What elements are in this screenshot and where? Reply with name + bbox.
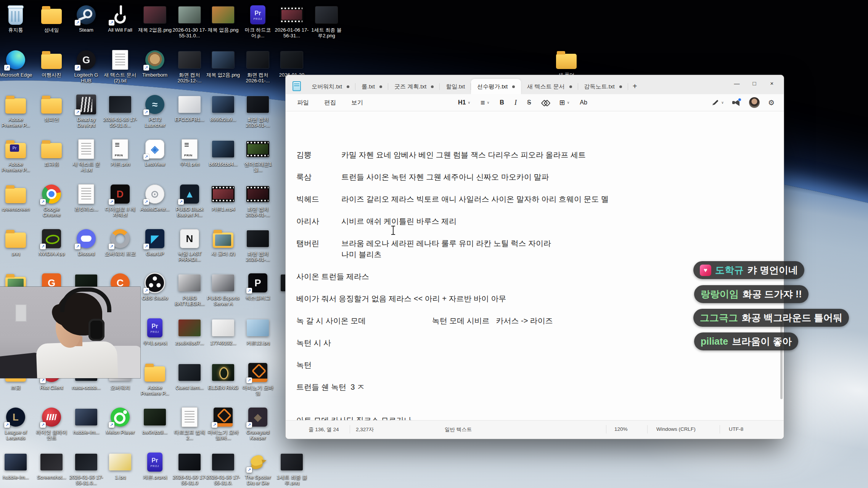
desktop-icon[interactable]: 2026-01-30 17-55-31.0. [206, 451, 241, 486]
desktop-icon[interactable]: 컴킷리스... [69, 183, 104, 212]
desktop-icon[interactable]: hubble-Im... [69, 406, 104, 435]
desktop-icon[interactable]: ↗라이엇 클라이언트 [34, 406, 69, 441]
desktop-icon[interactable]: ◤↗GearUP [137, 228, 172, 257]
rewrite-button[interactable]: ∨ [712, 99, 724, 106]
desktop-icon[interactable]: 커른12.jpg [240, 317, 275, 346]
desktop-icon[interactable]: 2026-01-30 17-55-31.0... [103, 93, 138, 128]
table-button[interactable]: ⊞∨ [559, 98, 570, 107]
desktop-icon[interactable]: 화면 캡처 2026-01-... [240, 49, 275, 83]
notepad-text-area[interactable]: 김뿡카밀 자헨 요네 암베사 베인 그웬 럼블 잭스 다리우스 피오라 올라프 … [286, 111, 779, 421]
desktop-icon[interactable]: PrPROJ케른.prproj [137, 451, 172, 480]
desktop-icon[interactable]: 커른1.mp4 [206, 183, 241, 212]
status-line-ending[interactable]: Windows (CRLF) [656, 426, 696, 432]
desktop-icon[interactable]: 1.jpg [103, 451, 138, 480]
desktop-icon[interactable]: b6916cbd4... [206, 138, 241, 167]
desktop-icon[interactable]: 17749192... [206, 317, 241, 346]
desktop-icon[interactable]: ↗Discord [69, 228, 104, 257]
desktop-icon[interactable]: ↗Melon Player [103, 406, 138, 435]
desktop-icon[interactable]: 새 폴더 (2) [206, 228, 241, 257]
close-button[interactable]: × [763, 77, 781, 90]
desktop-icon[interactable]: 새 폴더 [549, 49, 584, 78]
desktop-icon[interactable]: 제목 없2음.png [206, 49, 241, 78]
desktop-icon[interactable]: 화면 캡처 2025-12-... [172, 49, 207, 83]
desktop-icon[interactable]: Quest item... [172, 361, 207, 390]
desktop-icon[interactable]: 엔더드래곤1월... [240, 138, 275, 173]
desktop-icon[interactable]: EFCC0FB1... [172, 93, 207, 122]
desktop-icon[interactable]: ↗마비노기 모바일(바... [206, 406, 241, 441]
desktop-icon[interactable]: 휴지통 [0, 4, 33, 33]
desktop-icon[interactable]: 화면 캡처 2026-01-... [240, 93, 275, 128]
desktop-icon[interactable]: bw0njbz8... [137, 406, 172, 435]
desktop-icon[interactable]: Screenshot... [34, 451, 69, 480]
account-avatar[interactable] [749, 97, 760, 108]
desktop-icon[interactable]: ↗NVIDIA App [34, 228, 69, 257]
tab-할일.txt[interactable]: 할일.txt [440, 79, 471, 94]
desktop-icon[interactable]: ↗마비노기 모바일 [240, 361, 275, 396]
new-tab-button[interactable]: + [628, 79, 642, 94]
desktop-icon[interactable]: ◆↗Graveyard Keeper [240, 406, 275, 441]
desktop-icon[interactable]: zpu8n8pd7... [172, 317, 207, 346]
status-zoom-level[interactable]: 120% [614, 426, 628, 432]
tab-새 텍스트 문서[interactable]: 새 텍스트 문서 [521, 79, 578, 94]
desktop-icon[interactable]: L↗League of Legends [0, 406, 33, 441]
desktop-icon[interactable]: PUBG Esports Server A [206, 272, 241, 307]
desktop-icon[interactable]: G↗Logitech G HUB [69, 49, 104, 83]
desktop-icon[interactable]: 새 텍스트 문서 (2).txt [103, 49, 138, 83]
clear-format-button[interactable]: Ab [580, 99, 587, 106]
desktop-icon[interactable]: ↗Microsoft Edge [0, 49, 33, 78]
desktop-icon[interactable]: ELDEN RING [206, 361, 241, 390]
tab-감독노트.txt[interactable]: 감독노트.txt [578, 79, 628, 94]
desktop-icon[interactable]: ⊙↗AssistCentr... [137, 183, 172, 212]
desktop-icon[interactable]: 챔피언 [34, 93, 69, 122]
desktop-icon[interactable]: N낙원 LAST PARADI... [172, 228, 207, 262]
desktop-icon[interactable]: ↗Google Chrome [34, 183, 69, 218]
desktop-icon[interactable]: 타르코프 법칙 2... [172, 406, 207, 441]
desktop-icon[interactable]: ↗오버워치 프로 [103, 228, 138, 257]
link-button[interactable] [542, 100, 549, 105]
tab-오버워치.txt[interactable]: 오버워치.txt [305, 79, 355, 94]
scrollbar-thumb[interactable] [780, 319, 783, 399]
desktop-icon[interactable]: 무제.prin [172, 138, 207, 167]
desktop-icon[interactable]: ↗Timberborn [137, 49, 172, 78]
announcements-button[interactable] [732, 99, 741, 106]
desktop-icon[interactable]: ▲↗PUBG Black Budget Pl... [172, 183, 207, 218]
desktop-icon[interactable]: PrAdobe Premiere P... [0, 138, 33, 173]
desktop-icon[interactable]: ≈↗PCT2 Launcher [137, 93, 172, 128]
desktop-icon[interactable]: ↗Dead by Daylight [69, 93, 104, 128]
list-button[interactable]: ≡∨ [481, 98, 489, 107]
desktop-icon[interactable]: ◈↗LetsView [137, 138, 172, 167]
vertical-scrollbar[interactable] [780, 111, 783, 421]
desktop-icon[interactable]: 제목 없음.png [206, 4, 241, 33]
desktop-icon[interactable]: 효과음 [34, 138, 69, 167]
tab-롤.txt[interactable]: 롤.txt [355, 79, 388, 94]
desktop-icon[interactable]: greenscreen [0, 183, 33, 212]
desktop-icon[interactable]: PrPROJ마크 하드코어.p... [240, 4, 275, 39]
status-encoding[interactable]: UTF-8 [729, 426, 743, 432]
desktop-icon[interactable]: 제목 2없음.png [137, 4, 172, 33]
desktop-icon[interactable]: 2026-01-30 17-55-31.0... [172, 4, 207, 39]
desktop-icon[interactable]: hubble-Im... [0, 451, 33, 480]
desktop-icon[interactable]: ↗Steam [69, 4, 104, 33]
desktop-icon[interactable]: 8995z2u9... [206, 93, 241, 122]
desktop-icon[interactable]: 새 텍스트 문서.txt [69, 138, 104, 173]
desktop-icon[interactable]: 커른.prin [103, 138, 138, 167]
desktop-icon[interactable]: PrPROJ무제.prproj [137, 317, 172, 346]
desktop-icon[interactable]: PUBG BATTLEGR... [172, 272, 207, 307]
strikethrough-button[interactable]: S [527, 99, 531, 106]
desktop-icon[interactable]: 2026-01-30 17-55-31.0... [69, 451, 104, 486]
italic-button[interactable]: I [514, 99, 517, 107]
desktop-icon[interactable]: 1세트 최종 블루2.png [309, 4, 344, 39]
desktop-icon[interactable]: 섬네일 [34, 4, 69, 33]
desktop-icon[interactable]: ↗All Will Fall [103, 4, 138, 33]
tab-굿즈 계획.txt[interactable]: 굿즈 계획.txt [388, 79, 440, 94]
menu-편집[interactable]: 편집 [324, 99, 336, 107]
desktop-icon[interactable]: P↗넥슨플러그 [240, 272, 275, 301]
bold-button[interactable]: B [500, 99, 504, 106]
desktop-icon[interactable]: 2026-01-06 17-56-31... [274, 4, 309, 39]
menu-보기[interactable]: 보기 [351, 99, 363, 107]
desktop-icon[interactable]: 2026-01-30 17-55-31.0 [172, 451, 207, 486]
tab-선수평가.txt[interactable]: 선수평가.txt [471, 79, 521, 94]
desktop-icon[interactable]: Adobe Premiere P... [137, 361, 172, 396]
desktop-icon[interactable]: ↗OBS Studio [137, 272, 172, 301]
desktop-icon[interactable]: png [0, 228, 33, 257]
